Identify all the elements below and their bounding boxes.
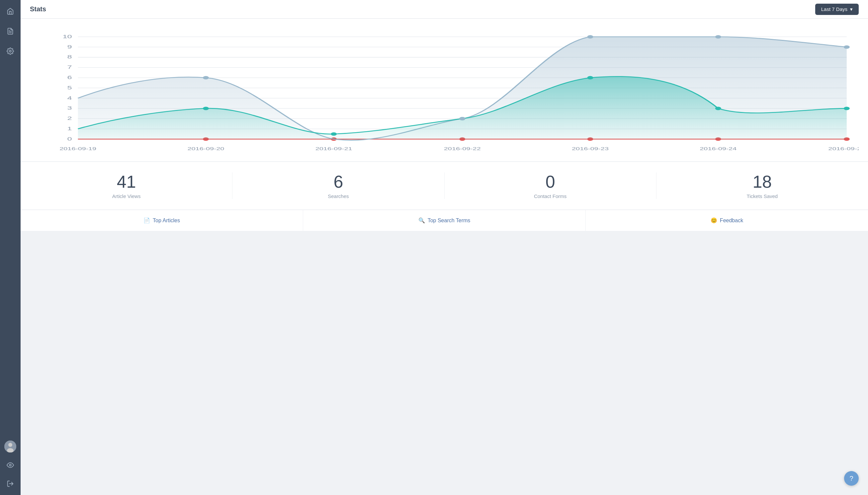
stats-chart: 0 1 2 3 4 5 6 7 8 9 10 2016-09-19 2016-0… (30, 27, 859, 156)
svg-text:2016-09-24: 2016-09-24 (699, 146, 737, 151)
stat-tickets-saved: 18 Tickets Saved (656, 172, 868, 199)
tab-top-search-terms[interactable]: 🔍 Top Search Terms (303, 210, 586, 231)
top-articles-label: Top Articles (153, 218, 180, 224)
sidebar-item-eye[interactable] (4, 459, 16, 471)
svg-point-47 (587, 76, 593, 80)
tickets-saved-label: Tickets Saved (656, 193, 868, 199)
sidebar-item-logout[interactable] (4, 478, 16, 490)
svg-text:2016-09-23: 2016-09-23 (572, 146, 609, 151)
tickets-saved-number: 18 (656, 172, 868, 191)
main-content: Stats Last 7 Days ▾ (21, 0, 868, 495)
svg-text:2016-09-21: 2016-09-21 (316, 146, 352, 151)
article-views-number: 41 (21, 172, 232, 191)
date-range-button[interactable]: Last 7 Days ▾ (815, 4, 859, 15)
svg-point-52 (587, 35, 593, 38)
dropdown-icon: ▾ (850, 6, 853, 12)
svg-text:0: 0 (67, 136, 72, 141)
svg-point-2 (9, 50, 11, 52)
svg-text:2016-09-20: 2016-09-20 (188, 146, 225, 151)
svg-point-44 (203, 107, 209, 110)
sidebar-item-settings[interactable] (4, 45, 16, 57)
chart-section: 0 1 2 3 4 5 6 7 8 9 10 2016-09-19 2016-0… (21, 19, 868, 162)
bottom-tabs: 📄 Top Articles 🔍 Top Search Terms 😊 Feed… (21, 210, 868, 231)
svg-point-51 (459, 117, 465, 120)
svg-point-53 (715, 35, 721, 38)
svg-point-48 (715, 107, 721, 110)
tab-feedback[interactable]: 😊 Feedback (586, 210, 868, 231)
svg-text:2: 2 (67, 116, 72, 121)
svg-text:10: 10 (63, 34, 72, 39)
searches-number: 6 (232, 172, 444, 191)
contact-forms-label: Contact Forms (445, 193, 656, 199)
svg-text:8: 8 (67, 54, 72, 59)
svg-text:1: 1 (67, 126, 72, 131)
help-icon: ? (849, 475, 853, 482)
svg-text:6: 6 (67, 75, 72, 80)
svg-point-6 (9, 464, 11, 466)
svg-point-54 (844, 45, 850, 49)
sidebar-item-home[interactable] (4, 5, 16, 17)
svg-text:2016-09-19: 2016-09-19 (59, 146, 96, 151)
stat-contact-forms: 0 Contact Forms (445, 172, 656, 199)
svg-point-4 (8, 443, 12, 447)
article-views-label: Article Views (21, 193, 232, 199)
feedback-icon: 😊 (711, 217, 717, 224)
svg-point-45 (331, 132, 337, 136)
sidebar (0, 0, 21, 495)
chart-container: 0 1 2 3 4 5 6 7 8 9 10 2016-09-19 2016-0… (30, 27, 859, 156)
contact-forms-number: 0 (445, 172, 656, 191)
top-search-terms-label: Top Search Terms (428, 218, 471, 224)
searches-label: Searches (232, 193, 444, 199)
svg-text:5: 5 (67, 85, 72, 90)
tab-top-articles[interactable]: 📄 Top Articles (21, 210, 303, 231)
stat-article-views: 41 Article Views (21, 172, 232, 199)
svg-text:2016-09-25: 2016-09-25 (828, 146, 859, 151)
top-articles-icon: 📄 (143, 217, 150, 224)
avatar[interactable] (4, 441, 16, 453)
svg-text:7: 7 (67, 65, 72, 70)
svg-text:4: 4 (67, 95, 72, 100)
sidebar-item-articles[interactable] (4, 25, 16, 37)
svg-text:3: 3 (67, 105, 72, 110)
svg-text:2016-09-22: 2016-09-22 (444, 146, 481, 151)
date-range-label: Last 7 Days (821, 6, 847, 12)
svg-text:9: 9 (67, 44, 72, 49)
page-title: Stats (30, 5, 46, 13)
search-icon: 🔍 (419, 217, 425, 224)
stats-row: 41 Article Views 6 Searches 0 Contact Fo… (21, 162, 868, 210)
feedback-label: Feedback (720, 218, 743, 224)
svg-point-50 (203, 76, 209, 80)
svg-point-49 (844, 107, 850, 110)
stat-searches: 6 Searches (232, 172, 444, 199)
help-button[interactable]: ? (844, 471, 859, 486)
header: Stats Last 7 Days ▾ (21, 0, 868, 19)
